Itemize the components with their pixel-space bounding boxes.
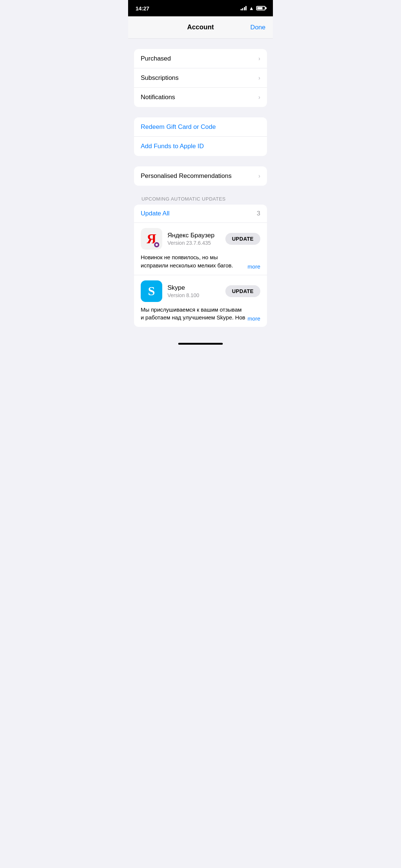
subscriptions-item[interactable]: Subscriptions › (134, 68, 267, 88)
yandex-more-link[interactable]: more (248, 263, 260, 270)
skype-app-row: S Skype Version 8.100 UPDATE (141, 280, 260, 302)
recommendations-section: Personalised Recommendations › (134, 166, 267, 186)
top-list-section: Purchased › Subscriptions › Notification… (134, 49, 267, 107)
update-count: 3 (257, 210, 260, 217)
updates-section: UPCOMING AUTOMATIC UPDATES Update All 3 … (134, 196, 267, 327)
yandex-app-name: Яндекс Браузер (167, 232, 220, 239)
purchased-item[interactable]: Purchased › (134, 49, 267, 68)
recommendations-label: Personalised Recommendations (141, 172, 232, 180)
chevron-icon: › (258, 55, 260, 62)
yandex-app-icon: Я (141, 228, 162, 250)
status-bar: 14:27 ▲ (128, 0, 273, 16)
skype-description: Мы прислушиваемся к вашим отзывам и рабо… (141, 306, 246, 322)
yandex-app-card: Я Яндекс Браузер Version 23.7.6.435 UPDA… (134, 223, 267, 275)
home-indicator (128, 337, 273, 350)
skype-app-name: Skype (167, 284, 220, 292)
nav-bar: Account Done (128, 16, 273, 39)
yandex-app-info: Яндекс Браузер Version 23.7.6.435 (167, 232, 220, 246)
update-all-label: Update All (141, 210, 170, 217)
yandex-app-version: Version 23.7.6.435 (167, 240, 220, 246)
done-button[interactable]: Done (250, 24, 265, 31)
content: Purchased › Subscriptions › Notification… (128, 39, 273, 337)
chevron-icon: › (258, 75, 260, 81)
yandex-description-row: Новинок не появилось, но мы исправили не… (141, 253, 260, 270)
skype-app-card: S Skype Version 8.100 UPDATE Мы прислуши… (134, 275, 267, 327)
yandex-app-row: Я Яндекс Браузер Version 23.7.6.435 UPDA… (141, 228, 260, 250)
skype-app-info: Skype Version 8.100 (167, 284, 220, 298)
skype-app-version: Version 8.100 (167, 292, 220, 298)
notifications-item[interactable]: Notifications › (134, 88, 267, 107)
battery-icon (256, 6, 265, 10)
add-funds-item[interactable]: Add Funds to Apple ID (134, 137, 267, 156)
yandex-dot (153, 241, 160, 248)
subscriptions-label: Subscriptions (141, 74, 179, 82)
purchased-label: Purchased (141, 55, 171, 62)
gift-card-section: Redeem Gift Card or Code Add Funds to Ap… (134, 117, 267, 156)
update-all-row[interactable]: Update All 3 (134, 205, 267, 223)
skype-update-button[interactable]: UPDATE (225, 285, 260, 297)
add-funds-label: Add Funds to Apple ID (141, 143, 204, 150)
skype-app-icon: S (141, 280, 162, 302)
redeem-gift-card-item[interactable]: Redeem Gift Card or Code (134, 117, 267, 137)
signal-icon (241, 6, 247, 10)
wifi-icon: ▲ (249, 5, 254, 11)
skype-description-row: Мы прислушиваемся к вашим отзывам и рабо… (141, 306, 260, 322)
redeem-gift-card-label: Redeem Gift Card or Code (141, 123, 216, 131)
yandex-update-button[interactable]: UPDATE (225, 233, 260, 245)
skype-more-link[interactable]: more (248, 315, 260, 322)
yandex-description: Новинок не появилось, но мы исправили не… (141, 253, 246, 270)
personalised-recommendations-item[interactable]: Personalised Recommendations › (134, 166, 267, 186)
notifications-label: Notifications (141, 94, 175, 101)
status-time: 14:27 (136, 5, 149, 12)
skype-s-letter: S (148, 284, 155, 298)
status-icons: ▲ (241, 5, 265, 11)
chevron-icon: › (258, 173, 260, 179)
nav-title: Account (187, 23, 214, 31)
chevron-icon: › (258, 94, 260, 101)
updates-section-label: UPCOMING AUTOMATIC UPDATES (134, 196, 267, 205)
home-bar (178, 343, 223, 345)
